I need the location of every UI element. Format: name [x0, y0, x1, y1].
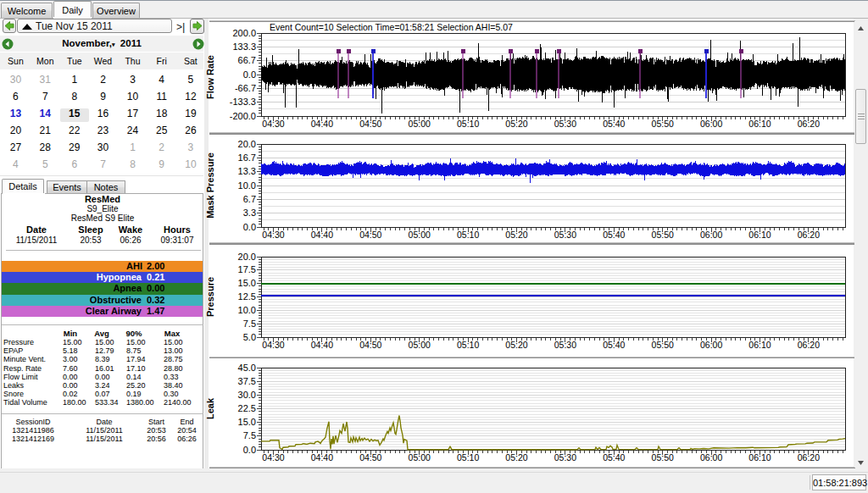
svg-text:04:30: 04:30: [262, 119, 284, 129]
svg-text:05:10: 05:10: [457, 230, 479, 240]
svg-text:06:00: 06:00: [700, 452, 722, 463]
svg-text:05:20: 05:20: [505, 119, 527, 129]
svg-text:05:40: 05:40: [603, 340, 625, 350]
svg-text:04:30: 04:30: [262, 340, 284, 350]
svg-text:0.0: 0.0: [243, 69, 256, 80]
svg-text:05:20: 05:20: [505, 340, 527, 350]
svg-text:-66.7: -66.7: [235, 83, 256, 93]
svg-text:05:00: 05:00: [409, 340, 431, 350]
svg-text:05:20: 05:20: [505, 230, 527, 240]
svg-text:06:20: 06:20: [798, 119, 820, 129]
svg-text:7.5: 7.5: [243, 319, 256, 329]
svg-text:05:50: 05:50: [652, 340, 674, 350]
svg-text:16.7: 16.7: [238, 152, 256, 163]
svg-text:133.3: 133.3: [232, 42, 256, 52]
svg-text:0.0: 0.0: [243, 445, 256, 455]
svg-text:04:50: 04:50: [359, 119, 381, 129]
svg-text:10.0: 10.0: [238, 305, 256, 315]
svg-text:05:30: 05:30: [554, 230, 576, 240]
svg-text:05:40: 05:40: [603, 452, 625, 463]
svg-text:37.5: 37.5: [238, 376, 256, 386]
svg-text:04:50: 04:50: [359, 340, 381, 350]
svg-text:05:40: 05:40: [603, 230, 625, 240]
svg-text:05:10: 05:10: [457, 340, 479, 350]
svg-text:06:00: 06:00: [700, 119, 722, 129]
svg-text:06:10: 06:10: [748, 119, 771, 129]
svg-text:06:20: 06:20: [798, 452, 820, 463]
svg-text:05:40: 05:40: [603, 119, 625, 129]
svg-text:05:50: 05:50: [652, 230, 674, 240]
svg-text:Leak: Leak: [205, 397, 215, 419]
svg-text:10.0: 10.0: [238, 180, 256, 191]
svg-text:05:30: 05:30: [554, 340, 576, 350]
svg-text:05:20: 05:20: [505, 452, 527, 463]
svg-text:05:00: 05:00: [409, 230, 431, 240]
svg-text:30.0: 30.0: [238, 390, 256, 400]
svg-text:05:10: 05:10: [457, 452, 479, 463]
svg-text:04:50: 04:50: [359, 230, 381, 240]
svg-text:Pressure: Pressure: [205, 277, 215, 317]
svg-text:04:30: 04:30: [262, 230, 284, 240]
svg-text:20.0: 20.0: [238, 252, 256, 262]
svg-text:05:00: 05:00: [409, 452, 431, 463]
svg-text:05:00: 05:00: [409, 119, 431, 129]
svg-text:7.5: 7.5: [243, 430, 256, 440]
svg-text:06:20: 06:20: [798, 230, 820, 240]
svg-text:05:30: 05:30: [554, 119, 576, 129]
svg-text:22.5: 22.5: [238, 403, 256, 413]
svg-text:20.0: 20.0: [238, 139, 256, 149]
svg-text:04:50: 04:50: [359, 452, 381, 463]
svg-text:05:30: 05:30: [554, 452, 576, 463]
svg-text:15.0: 15.0: [238, 278, 256, 288]
svg-text:04:40: 04:40: [311, 452, 333, 463]
svg-text:6.7: 6.7: [243, 194, 256, 204]
svg-text:Mask Pressure: Mask Pressure: [205, 152, 215, 219]
svg-text:06:10: 06:10: [748, 340, 771, 350]
svg-text:04:40: 04:40: [311, 119, 333, 129]
svg-text:45.0: 45.0: [238, 363, 256, 373]
svg-text:Flow Rate: Flow Rate: [205, 55, 215, 99]
svg-text:12.5: 12.5: [238, 291, 256, 302]
svg-text:200.0: 200.0: [232, 28, 256, 38]
svg-text:06:10: 06:10: [748, 452, 771, 463]
svg-text:0.0: 0.0: [243, 222, 256, 232]
svg-text:04:40: 04:40: [311, 230, 333, 240]
svg-text:17.5: 17.5: [238, 264, 256, 274]
svg-text:-200.0: -200.0: [230, 111, 256, 121]
svg-text:04:30: 04:30: [262, 452, 284, 463]
svg-text:05:10: 05:10: [457, 119, 479, 129]
svg-text:06:10: 06:10: [748, 230, 771, 240]
svg-text:Event Count=10 Selection Time=: Event Count=10 Selection Time=01:58:21 S…: [270, 22, 513, 32]
svg-text:5.0: 5.0: [243, 332, 256, 342]
svg-text:66.7: 66.7: [238, 55, 256, 65]
svg-text:15.0: 15.0: [238, 417, 256, 427]
svg-text:3.3: 3.3: [243, 208, 256, 218]
svg-text:05:50: 05:50: [652, 119, 674, 129]
svg-text:05:50: 05:50: [652, 452, 674, 463]
svg-text:13.3: 13.3: [238, 166, 256, 176]
svg-text:06:00: 06:00: [700, 340, 722, 350]
svg-text:04:40: 04:40: [311, 340, 333, 350]
svg-text:-133.3: -133.3: [230, 97, 256, 107]
svg-text:06:00: 06:00: [700, 230, 722, 240]
svg-text:06:20: 06:20: [798, 340, 820, 350]
